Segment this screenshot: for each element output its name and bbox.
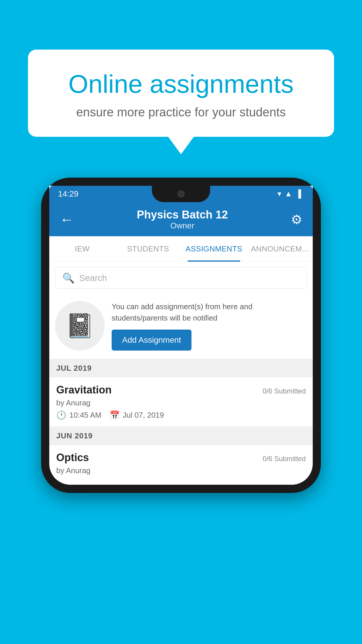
speech-bubble-section: Online assignments ensure more practice …	[28, 50, 334, 154]
assignment-optics-author: by Anurag	[56, 466, 306, 475]
assignment-optics-name: Optics	[56, 452, 89, 464]
settings-button[interactable]: ⚙	[291, 212, 302, 227]
assignment-name: Gravitation	[56, 384, 112, 396]
tab-assignments[interactable]: ASSIGNMENTS	[181, 236, 247, 262]
promo-icon-circle: 📓	[55, 301, 105, 351]
search-placeholder: Search	[79, 273, 107, 283]
promo-description: You can add assignment(s) from here and …	[112, 301, 307, 324]
speech-bubble-heading: Online assignments	[51, 70, 311, 98]
assignment-gravitation[interactable]: Gravitation 0/6 Submitted by Anurag 🕐 10…	[49, 377, 313, 427]
assignment-time-value: 10:45 AM	[69, 411, 101, 420]
battery-icon: ▐	[296, 189, 301, 198]
phone-notch	[152, 186, 210, 202]
tab-students[interactable]: STUDENTS	[115, 236, 181, 262]
speech-bubble: Online assignments ensure more practice …	[28, 50, 334, 137]
clock-icon: 🕐	[56, 410, 66, 420]
phone-device: 14:29 ▾ ▲ ▐ ← Physics Batch 12 Owner ⚙ I…	[41, 178, 321, 493]
tab-announcements[interactable]: ANNOUNCEM...	[247, 236, 313, 262]
back-button[interactable]: ←	[60, 211, 74, 228]
assignment-author: by Anurag	[56, 398, 306, 407]
assignment-date: 📅 Jul 07, 2019	[110, 410, 164, 420]
header-subtitle: Owner	[137, 221, 228, 230]
notebook-icon: 📓	[65, 312, 94, 340]
assignment-optics-top-row: Optics 0/6 Submitted	[56, 452, 306, 464]
status-time: 14:29	[58, 189, 78, 199]
calendar-icon: 📅	[110, 410, 120, 420]
search-icon: 🔍	[62, 272, 75, 284]
assignment-top-row: Gravitation 0/6 Submitted	[56, 384, 306, 396]
assignment-optics[interactable]: Optics 0/6 Submitted by Anurag	[49, 445, 313, 485]
section-header-jul: JUL 2019	[49, 359, 313, 377]
wifi-icon: ▾	[277, 189, 281, 198]
assignment-date-value: Jul 07, 2019	[123, 411, 164, 420]
search-input-container[interactable]: 🔍 Search	[55, 267, 307, 289]
phone-camera	[178, 190, 184, 197]
section-header-jun: JUN 2019	[49, 427, 313, 445]
app-header: ← Physics Batch 12 Owner ⚙	[49, 202, 313, 236]
promo-text-area: You can add assignment(s) from here and …	[112, 301, 307, 351]
page-title: Physics Batch 12	[137, 209, 228, 221]
phone-wrapper: 14:29 ▾ ▲ ▐ ← Physics Batch 12 Owner ⚙ I…	[41, 178, 321, 493]
status-icons: ▾ ▲ ▐	[277, 189, 301, 198]
speech-bubble-subtext: ensure more practice for your students	[51, 105, 311, 119]
header-title-area: Physics Batch 12 Owner	[137, 209, 228, 230]
assignment-meta: 🕐 10:45 AM 📅 Jul 07, 2019	[56, 410, 306, 420]
assignment-time: 🕐 10:45 AM	[56, 410, 101, 420]
promo-section: 📓 You can add assignment(s) from here an…	[49, 294, 313, 359]
assignment-submitted: 0/6 Submitted	[263, 387, 306, 395]
tabs-bar: IEW STUDENTS ASSIGNMENTS ANNOUNCEM...	[49, 236, 313, 262]
bubble-tail	[168, 137, 194, 154]
phone-screen: 14:29 ▾ ▲ ▐ ← Physics Batch 12 Owner ⚙ I…	[49, 186, 313, 485]
assignment-optics-submitted: 0/6 Submitted	[263, 455, 306, 463]
tab-iew[interactable]: IEW	[49, 236, 115, 262]
signal-icon: ▲	[285, 189, 292, 198]
search-bar: 🔍 Search	[49, 262, 313, 294]
add-assignment-button[interactable]: Add Assignment	[112, 330, 191, 351]
